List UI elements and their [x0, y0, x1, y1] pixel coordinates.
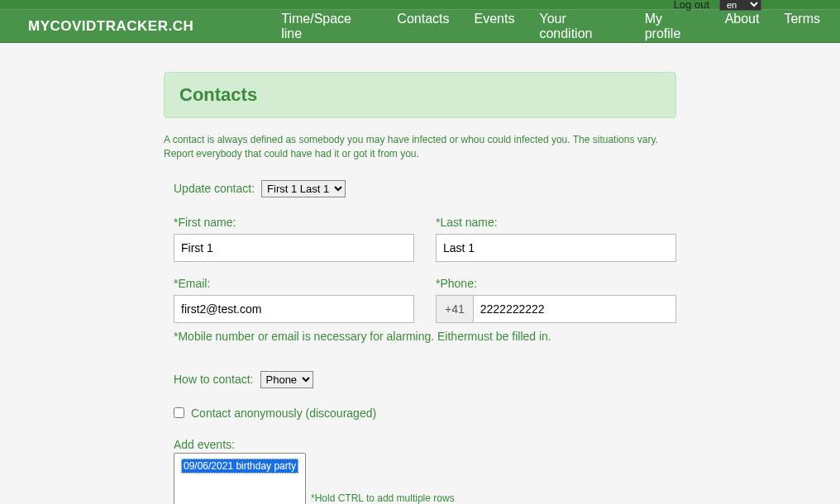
phone-label: *Phone:: [436, 277, 676, 290]
nav-contacts[interactable]: Contacts: [397, 12, 449, 41]
main-container: Contacts A contact is always defined as …: [164, 72, 676, 504]
email-input[interactable]: [174, 295, 414, 323]
top-utility-bar: Log out en: [0, 0, 840, 9]
language-select[interactable]: en: [719, 0, 761, 11]
contact-form: Update contact: First 1 Last 1 *First na…: [164, 180, 676, 504]
main-navbar: MYCOVIDTRACKER.CH Time/Space line Contac…: [0, 9, 840, 43]
first-name-input[interactable]: [174, 234, 414, 262]
nav-profile[interactable]: My profile: [645, 12, 700, 41]
anonymous-checkbox[interactable]: [174, 407, 184, 418]
nav-timespace[interactable]: Time/Space line: [281, 12, 372, 41]
events-listbox[interactable]: 09/06/2021 birthday party: [174, 453, 306, 504]
nav-events[interactable]: Events: [475, 12, 515, 41]
contact-select[interactable]: First 1 Last 1: [261, 180, 346, 197]
how-to-contact-label: How to contact:: [174, 373, 254, 386]
page-header: Contacts: [164, 72, 676, 118]
last-name-input[interactable]: [436, 234, 676, 262]
first-name-label: *First name:: [174, 216, 414, 229]
update-contact-label: Update contact:: [174, 182, 255, 195]
email-label: *Email:: [174, 277, 414, 290]
phone-input[interactable]: [473, 295, 676, 323]
nav-terms[interactable]: Terms: [784, 12, 820, 41]
add-events-label: Add events:: [174, 438, 676, 451]
logout-link[interactable]: Log out: [674, 0, 709, 11]
last-name-label: *Last name:: [436, 216, 676, 229]
how-to-contact-select[interactable]: Phone: [260, 371, 313, 388]
intro-text: A contact is always defined as somebody …: [164, 133, 676, 162]
contact-hint: *Mobile number or email is necessary for…: [174, 330, 676, 343]
page-title: Contacts: [179, 84, 661, 106]
event-option: 09/06/2021 birthday party: [181, 459, 298, 473]
events-hint: *Hold CTRL to add multiple rows: [311, 492, 455, 504]
anonymous-label: Contact anonymously (discouraged): [191, 407, 376, 420]
nav-links: Time/Space line Contacts Events Your con…: [281, 12, 820, 41]
brand-logo[interactable]: MYCOVIDTRACKER.CH: [28, 18, 193, 35]
nav-condition[interactable]: Your condition: [539, 12, 619, 41]
nav-about[interactable]: About: [725, 12, 760, 41]
phone-prefix: +41: [436, 295, 473, 323]
